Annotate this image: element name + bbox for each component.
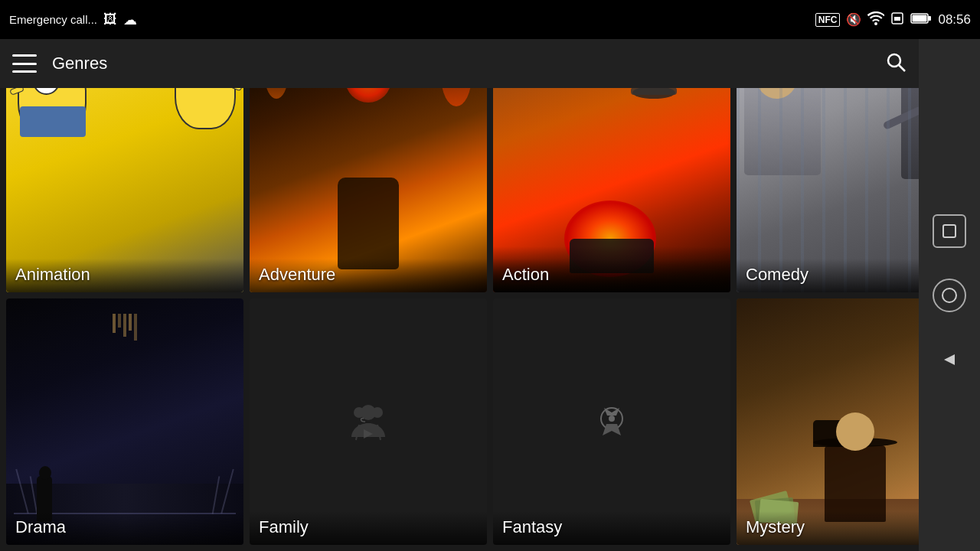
genre-card-fantasy[interactable]: Fantasy: [493, 298, 730, 546]
svg-marker-16: [944, 354, 955, 365]
svg-point-13: [609, 416, 615, 422]
photo-icon: 🖼: [103, 11, 117, 28]
genre-card-drama[interactable]: Drama: [6, 298, 243, 546]
genre-label-fantasy: Fantasy: [493, 511, 730, 545]
svg-rect-3: [913, 15, 927, 21]
nfc-indicator: NFC: [815, 13, 841, 27]
svg-line-18: [899, 65, 905, 71]
app-name: Emergency call...: [9, 13, 97, 26]
nav-sidebar: [919, 39, 980, 551]
status-left: Emergency call... 🖼 ☁: [9, 11, 137, 28]
toolbar-left: Genres: [12, 54, 107, 73]
svg-point-10: [354, 407, 364, 418]
sim-icon: [890, 11, 904, 28]
svg-point-15: [942, 289, 956, 302]
time-display: 08:56: [938, 12, 971, 28]
recent-apps-button[interactable]: [933, 214, 966, 248]
svg-rect-14: [943, 225, 956, 237]
genres-grid: Animation Adventure: [0, 39, 980, 551]
genre-label-drama: Drama: [6, 511, 243, 545]
svg-rect-4: [928, 16, 931, 21]
toolbar: Genres: [0, 39, 919, 88]
content-area: Animation Adventure: [0, 39, 980, 551]
wifi-icon: [867, 11, 884, 28]
page-title: Genres: [52, 54, 107, 73]
back-button[interactable]: [933, 343, 966, 377]
genre-label-action: Action: [493, 259, 730, 292]
svg-rect-1: [894, 17, 900, 21]
fantasy-placeholder: [493, 298, 730, 546]
upload-icon: ☁: [123, 11, 137, 28]
home-button[interactable]: [933, 279, 966, 312]
genre-card-family[interactable]: Family: [250, 298, 487, 546]
family-placeholder: [250, 298, 487, 546]
status-right: NFC 🔇 08:56: [815, 11, 971, 28]
search-button[interactable]: [885, 51, 906, 76]
genre-label-family: Family: [250, 511, 487, 545]
genre-label-animation: Animation: [6, 259, 243, 292]
mute-icon: 🔇: [846, 12, 861, 27]
svg-point-11: [372, 407, 383, 418]
battery-icon: [910, 12, 932, 28]
genre-label-adventure: Adventure: [250, 259, 487, 292]
svg-rect-6: [631, 87, 677, 95]
svg-point-17: [888, 54, 900, 67]
menu-button[interactable]: [12, 54, 37, 73]
status-bar: Emergency call... 🖼 ☁ NFC 🔇 08:56: [0, 0, 980, 39]
